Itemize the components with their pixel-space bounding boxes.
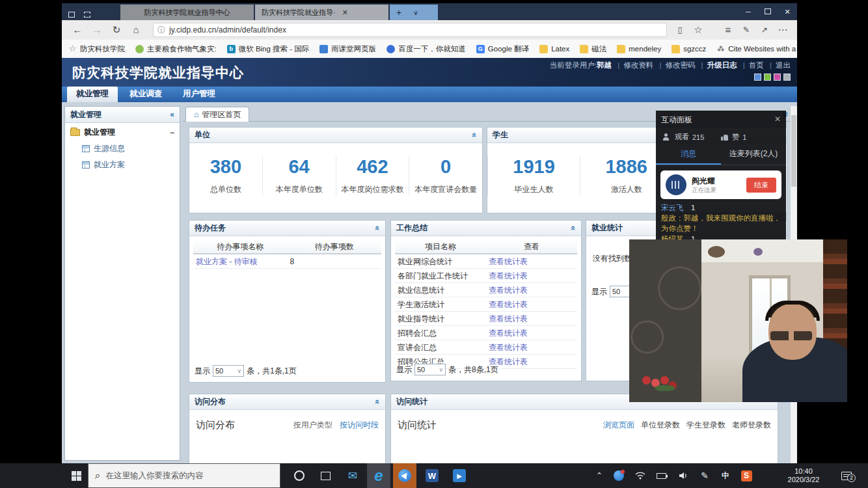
theme-green-swatch[interactable]	[764, 74, 771, 81]
panel-collapse-icon[interactable]: «	[373, 400, 383, 404]
bookmark-folder[interactable]: sgzccz	[671, 45, 706, 53]
panel-collapse-icon[interactable]: «	[569, 226, 578, 230]
nav-tab-employment-survey[interactable]: 就业调查	[120, 87, 171, 102]
filter-unit-logins-link[interactable]: 单位登录数	[641, 420, 680, 431]
todo-item-link[interactable]: 就业方案 - 待审核	[193, 254, 288, 268]
task-view-button[interactable]	[314, 463, 337, 488]
logout-link[interactable]: 退出	[776, 61, 791, 69]
filter-by-user-type-link[interactable]: 按用户类型	[293, 420, 332, 429]
theme-blue-swatch[interactable]	[754, 74, 761, 81]
tree-item-student-source[interactable]: 生源信息	[65, 139, 180, 156]
tree-item-employment-plan[interactable]: 就业方案	[65, 156, 180, 172]
forward-icon[interactable]: →	[89, 23, 105, 37]
bookmark-folder[interactable]: mendeley	[617, 45, 661, 53]
filter-student-logins-link[interactable]: 学生登录数	[686, 420, 726, 431]
end-mic-button[interactable]: 结束	[746, 178, 776, 193]
window-restore-button[interactable]	[758, 3, 778, 20]
annotate-icon[interactable]: ✎	[739, 23, 754, 37]
favorites-hub-icon[interactable]: ≡	[720, 23, 736, 37]
view-stats-link[interactable]: 查看统计表	[486, 340, 577, 354]
tab-list-chevron-icon[interactable]: ∨	[413, 9, 418, 16]
pen-workspace-button[interactable]: ✎	[696, 463, 713, 488]
tree-root-employment[interactable]: 就业管理 −	[65, 123, 180, 139]
user-name: 郭越	[597, 61, 612, 69]
new-tab-button[interactable]: +	[396, 7, 401, 18]
tabs-preview-icon[interactable]	[68, 8, 75, 20]
add-favorite-star-icon[interactable]: ☆	[690, 23, 706, 37]
tabs-aside-icon[interactable]	[84, 8, 90, 20]
folder-icon	[70, 129, 80, 136]
panel-collapse-icon[interactable]: «	[373, 226, 383, 230]
back-icon[interactable]: ←	[70, 23, 85, 37]
bookmark-folder[interactable]: Latex	[539, 45, 569, 53]
filter-page-views-link[interactable]: 浏览页面	[603, 420, 634, 431]
mail-app-button[interactable]: ✉	[341, 463, 364, 488]
refresh-icon[interactable]: ↻	[109, 23, 124, 37]
bookmark-item[interactable]: 主要粮食作物气象灾:	[135, 44, 217, 54]
change-password-link[interactable]: 修改密码	[665, 61, 695, 69]
browser-tab-active[interactable]: 防灾科技学院就业指导· ✕	[255, 5, 388, 20]
view-stats-link[interactable]: 查看统计表	[486, 269, 577, 282]
scrollbar-thumb[interactable]	[791, 115, 796, 187]
bookmark-item[interactable]: ☆防灾科技学院	[68, 44, 125, 54]
edit-profile-link[interactable]: 修改资料	[623, 61, 653, 69]
video-app-button[interactable]: ▶	[448, 463, 471, 488]
changelog-link[interactable]: 升级日志	[707, 61, 737, 69]
browser-tab[interactable]: 防灾科技学院就业指导中心	[120, 5, 254, 20]
start-button[interactable]	[65, 463, 88, 488]
url-field[interactable]: ⓘjy.cidp.edu.cn/admin/default/index	[153, 23, 667, 37]
bookmark-item[interactable]: b微软 Bing 搜索 - 国际	[227, 44, 310, 54]
sidebar-collapse-icon[interactable]: «	[170, 110, 174, 119]
view-stats-link[interactable]: 查看统计表	[486, 254, 577, 268]
home-icon[interactable]: ⌂	[128, 23, 144, 37]
view-stats-link[interactable]: 查看统计表	[486, 312, 577, 325]
clock[interactable]: 10:40 2020/3/22	[781, 463, 826, 488]
view-stats-link[interactable]: 查看统计表	[486, 326, 577, 340]
sogou-ime-button[interactable]: S	[738, 463, 755, 488]
view-stats-link[interactable]: 查看统计表	[486, 355, 577, 368]
bookmark-item[interactable]: 百度一下，你就知道	[387, 44, 466, 54]
table-icon	[82, 145, 90, 152]
page-size-select[interactable]: 50∨	[213, 365, 244, 377]
close-icon[interactable]: ✕	[774, 115, 781, 126]
volume-indicator[interactable]	[674, 463, 692, 488]
notification-center-button[interactable]: 2	[837, 463, 856, 488]
tab-mic-list[interactable]: 连麦列表(2人)	[721, 146, 786, 165]
edge-app-button[interactable]: e	[367, 463, 390, 488]
page-size-select[interactable]: 50∨	[414, 364, 446, 375]
tab-messages[interactable]: 消息	[656, 146, 721, 165]
share-icon[interactable]: ↗	[757, 23, 772, 37]
tab-close-icon[interactable]: ✕	[342, 8, 348, 17]
nav-tab-employment-management[interactable]: 就业管理	[67, 87, 118, 102]
more-options-icon[interactable]: ⋯	[775, 23, 791, 37]
content-tab-home[interactable]: ⌂ 管理区首页	[185, 107, 249, 122]
ime-indicator[interactable]: 中	[717, 463, 734, 488]
tray-expand-chevron[interactable]: ⌃	[591, 463, 608, 488]
window-minimize-button[interactable]: ─	[739, 3, 758, 20]
bookmark-folder[interactable]: 磁法	[580, 44, 606, 54]
battery-indicator[interactable]	[652, 463, 670, 488]
wifi-indicator[interactable]	[631, 463, 649, 488]
site-info-icon[interactable]: ⓘ	[157, 25, 165, 34]
theme-pink-swatch[interactable]	[774, 74, 781, 81]
ceiling-light	[708, 246, 725, 258]
bookmark-item[interactable]: 雨课堂网页版	[319, 44, 376, 54]
taskbar-search[interactable]: ⌕ 在这里输入你要搜索的内容	[88, 463, 280, 488]
tree-collapse-minus-icon[interactable]: −	[170, 128, 174, 137]
word-app-button[interactable]: W	[420, 463, 444, 488]
filter-teacher-logins-link[interactable]: 老师登录数	[732, 420, 771, 431]
window-close-button[interactable]: ✕	[778, 3, 797, 20]
nav-tab-user-management[interactable]: 用户管理	[174, 87, 224, 102]
view-stats-link[interactable]: 查看统计表	[486, 297, 577, 311]
cortana-button[interactable]	[288, 463, 311, 488]
tray-app-icon[interactable]	[610, 463, 627, 488]
bookmark-item[interactable]: ⁂Cite Websites with a I	[716, 45, 797, 53]
panel-collapse-icon[interactable]: «	[470, 133, 480, 137]
home-link[interactable]: 首页	[749, 61, 764, 69]
live-app-button[interactable]	[393, 463, 416, 488]
theme-gray-swatch[interactable]	[783, 74, 791, 81]
bookmark-item[interactable]: GGoogle 翻译	[476, 44, 529, 54]
filter-by-time-link[interactable]: 按访问时段	[340, 420, 379, 429]
view-stats-link[interactable]: 查看统计表	[486, 283, 577, 297]
reading-view-icon[interactable]: ▯	[672, 23, 688, 37]
